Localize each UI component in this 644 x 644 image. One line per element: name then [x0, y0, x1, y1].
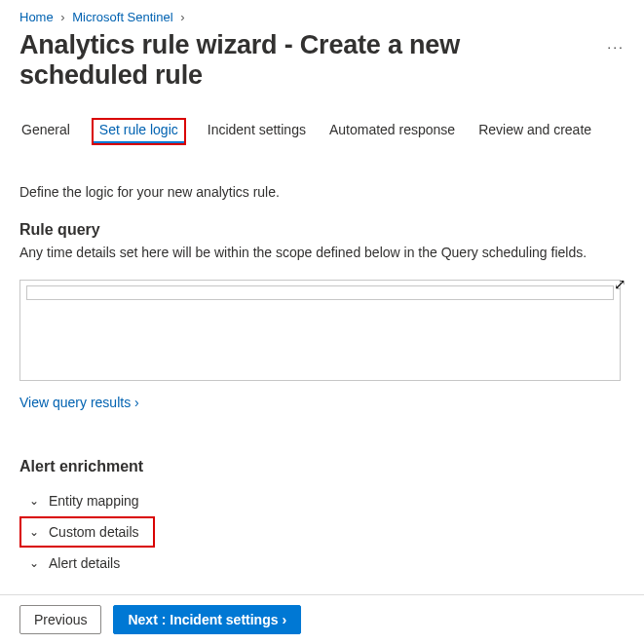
enrichment-entity-mapping[interactable]: ⌄ Entity mapping — [19, 485, 147, 516]
rule-query-input-line[interactable] — [26, 285, 614, 300]
wizard-footer: Previous Next : Incident settings › — [0, 594, 644, 644]
breadcrumb: Home › Microsoft Sentinel › — [19, 10, 625, 24]
rule-query-editor[interactable] — [19, 280, 621, 381]
intro-text: Define the logic for your new analytics … — [19, 184, 625, 200]
enrichment-label: Alert details — [49, 555, 120, 571]
breadcrumb-sep: › — [60, 10, 64, 24]
rule-query-title: Rule query — [19, 221, 625, 239]
rule-query-subtitle: Any time details set here will be within… — [19, 243, 625, 262]
page-title: Analytics rule wizard - Create a new sch… — [19, 30, 589, 91]
chevron-down-icon: ⌄ — [29, 526, 39, 538]
view-query-results-link[interactable]: View query results › — [19, 395, 139, 410]
enrichment-custom-details[interactable]: ⌄ Custom details — [19, 516, 155, 548]
previous-button[interactable]: Previous — [19, 605, 101, 634]
breadcrumb-sentinel[interactable]: Microsoft Sentinel — [72, 10, 172, 24]
alert-enrichment-list: ⌄ Entity mapping ⌄ Custom details ⌄ Aler… — [19, 485, 625, 579]
enrichment-label: Custom details — [49, 524, 139, 540]
next-button[interactable]: Next : Incident settings › — [113, 605, 301, 634]
tab-automated-response[interactable]: Automated response — [327, 118, 457, 145]
chevron-down-icon: ⌄ — [29, 495, 39, 507]
wizard-tabs: General Set rule logic Incident settings… — [19, 118, 625, 145]
tab-set-rule-logic[interactable]: Set rule logic — [92, 118, 186, 145]
tab-incident-settings[interactable]: Incident settings — [206, 118, 308, 145]
enrichment-label: Entity mapping — [49, 493, 139, 509]
expand-icon[interactable]: ⤢ — [614, 276, 626, 293]
tab-general[interactable]: General — [19, 118, 72, 145]
chevron-down-icon: ⌄ — [29, 557, 39, 569]
breadcrumb-sep: › — [180, 10, 184, 24]
enrichment-alert-details[interactable]: ⌄ Alert details — [19, 548, 128, 579]
tab-review-create[interactable]: Review and create — [476, 118, 593, 145]
breadcrumb-home[interactable]: Home — [19, 10, 54, 24]
more-actions-icon[interactable]: ··· — [607, 39, 625, 55]
alert-enrichment-title: Alert enrichment — [19, 458, 625, 475]
